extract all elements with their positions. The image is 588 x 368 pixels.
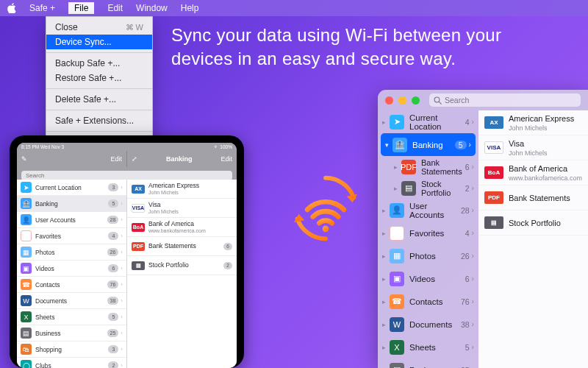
menu-device-sync[interactable]: Device Sync...: [46, 35, 152, 49]
count-badge: 28: [107, 216, 119, 224]
traffic-light-close-icon[interactable]: [385, 96, 393, 105]
category-icon: ▦: [21, 247, 32, 258]
mac-sidebar-row[interactable]: ▾ 🏦 Banking 5 ›: [381, 133, 476, 156]
mac-sidebar-row[interactable]: ▸ ▣ Videos 6 ›: [378, 267, 478, 290]
mac-sidebar[interactable]: ▸ ➤ Current Location 4 ›▾ 🏦 Banking 5 ›▸…: [378, 110, 478, 368]
mac-sidebar-subrow[interactable]: ▸ PDF Bank Statements 6 ›: [378, 156, 478, 177]
menu-extensions[interactable]: Safe + Extensions...: [46, 113, 152, 128]
disclosure-icon[interactable]: ▾: [385, 141, 389, 149]
ipad-category-row[interactable]: ▦ Photos 26 ›: [17, 244, 126, 261]
mac-item-row[interactable]: VISA VisaJohn Michels: [478, 135, 588, 160]
ipad-edit-button[interactable]: Edit: [110, 155, 122, 163]
svg-line-4: [439, 102, 441, 104]
mac-sidebar-row[interactable]: ▸ X Sheets 5 ›: [378, 336, 478, 358]
category-label: Contacts: [409, 297, 461, 306]
menubar-item-file[interactable]: File: [68, 2, 94, 14]
mac-item-row[interactable]: PDF Bank Statements: [478, 185, 588, 210]
mac-sidebar-row[interactable]: ▸ ☎ Contacts 76 ›: [378, 290, 478, 313]
menubar-app-name[interactable]: Safe +: [29, 3, 55, 13]
ipad-category-list[interactable]: ➤ Current Location 3 ›🏦 Banking 5 ›👤 Use…: [17, 180, 127, 368]
disclosure-icon[interactable]: ▸: [382, 275, 386, 283]
ipad-category-row[interactable]: W Documents 38 ›: [17, 293, 126, 309]
category-icon: ❤: [21, 230, 32, 241]
count-badge: 2: [108, 361, 118, 368]
mac-sidebar-row[interactable]: ▸ W Documents 38 ›: [378, 313, 478, 336]
menu-close[interactable]: Close ⌘ W: [46, 20, 152, 35]
category-label: Business: [35, 330, 107, 337]
compose-icon[interactable]: ✎: [21, 155, 27, 163]
menubar-item-window[interactable]: Window: [136, 3, 168, 13]
ipad-category-row[interactable]: X Sheets 5 ›: [17, 309, 126, 325]
ipad-edit-button-2[interactable]: Edit: [220, 155, 232, 163]
ipad-category-row[interactable]: 🛍 Shopping 3 ›: [17, 342, 126, 358]
traffic-light-zoom-icon[interactable]: [412, 96, 420, 105]
ipad-item-row[interactable]: VISA VisaJohn Michels: [127, 199, 237, 218]
ipad-category-row[interactable]: 👤 User Accounts 28 ›: [17, 212, 126, 228]
category-icon: ❤: [390, 226, 404, 241]
disclosure-icon[interactable]: ▸: [394, 185, 398, 192]
count-badge: 4: [465, 118, 470, 127]
disclosure-icon[interactable]: ▸: [382, 207, 386, 214]
ipad-item-row[interactable]: PDF Bank Statements 6: [127, 237, 237, 256]
wifi-sync-icon: [290, 173, 361, 247]
ipad-category-row[interactable]: ◯ Clubs 2 ›: [17, 358, 126, 368]
mac-detail-list[interactable]: AX American ExpressJohn MichelsVISA Visa…: [478, 110, 588, 368]
disclosure-icon[interactable]: ▸: [382, 230, 386, 237]
chevron-right-icon: ›: [121, 265, 123, 272]
ipad-toolbar: ✎ Edit ⤢ Banking Edit: [17, 151, 237, 167]
search-icon: [434, 96, 442, 105]
category-icon: 👤: [390, 203, 404, 218]
item-icon: AX: [132, 185, 145, 194]
menubar-item-edit[interactable]: Edit: [107, 3, 123, 13]
menubar-item-help[interactable]: Help: [181, 3, 199, 13]
ipad-item-row[interactable]: BoA Bank of Americawww.bankofamerica.com: [127, 218, 237, 237]
chevron-right-icon: ›: [121, 216, 123, 223]
ipad-category-row[interactable]: 🏦 Banking 5 ›: [17, 196, 126, 212]
category-icon: ▤: [21, 328, 32, 339]
mac-item-row[interactable]: ▤ Stock Portfolio: [478, 210, 588, 236]
category-label: Clubs: [35, 362, 108, 369]
mac-sidebar-row[interactable]: ▸ 👤 User Accounts 28 ›: [378, 199, 478, 222]
mac-item-row[interactable]: AX American ExpressJohn Michels: [478, 110, 588, 135]
traffic-light-minimize-icon[interactable]: [398, 96, 406, 105]
count-badge: 4: [108, 232, 118, 240]
disclosure-icon[interactable]: ▸: [382, 252, 386, 260]
disclosure-icon[interactable]: ▸: [394, 163, 398, 171]
menu-restore[interactable]: Restore Safe +...: [46, 71, 152, 85]
disclosure-icon[interactable]: ▸: [382, 118, 386, 126]
mac-sidebar-row[interactable]: ▸ ▤ Business 25 ›: [378, 358, 478, 368]
category-label: Sheets: [35, 314, 108, 321]
mac-item-row[interactable]: BoA Bank of Americawww.bankofamerica.com: [478, 160, 588, 185]
count-badge: 76: [461, 297, 470, 306]
menu-delete-label: Delete Safe +...: [55, 94, 116, 105]
ipad-item-row[interactable]: AX American ExpressJohn Michels: [127, 180, 237, 199]
headline-line-2: devices in an easy and secure way.: [171, 47, 501, 71]
mac-sidebar-subrow[interactable]: ▸ ▤ Stock Portfolio 2 ›: [378, 177, 478, 199]
mac-sidebar-row[interactable]: ▸ ▦ Photos 26 ›: [378, 244, 478, 267]
ipad-category-row[interactable]: ☎ Contacts 76 ›: [17, 277, 126, 293]
ipad-category-row[interactable]: ▣ Videos 6 ›: [17, 261, 126, 277]
mac-titlebar: Search: [378, 90, 588, 110]
disclosure-icon[interactable]: ▸: [382, 344, 386, 351]
ipad-item-row[interactable]: ▤ Stock Portfolio 2: [127, 256, 237, 275]
count-badge: 5: [108, 313, 118, 321]
menu-backup[interactable]: Backup Safe +...: [46, 56, 152, 71]
item-icon: PDF: [132, 242, 145, 251]
ipad-item-list[interactable]: AX American ExpressJohn Michels VISA Vis…: [127, 180, 237, 368]
disclosure-icon[interactable]: ▸: [382, 298, 386, 305]
count-badge: 2: [223, 262, 232, 269]
expand-icon[interactable]: ⤢: [132, 155, 137, 163]
mac-search-field[interactable]: Search: [429, 93, 581, 107]
chevron-right-icon: ›: [121, 330, 123, 336]
chevron-right-icon: ›: [121, 249, 123, 255]
category-label: Photos: [409, 252, 461, 261]
mac-sidebar-row[interactable]: ▸ ➤ Current Location 4 ›: [378, 110, 478, 133]
disclosure-icon[interactable]: ▸: [382, 321, 386, 328]
ipad-category-row[interactable]: ➤ Current Location 3 ›: [17, 180, 126, 196]
ipad-category-row[interactable]: ❤ Favorites 4 ›: [17, 228, 126, 244]
mac-sidebar-row[interactable]: ▸ ❤ Favorites 4 ›: [378, 222, 478, 244]
chevron-right-icon: ›: [472, 206, 474, 214]
menu-delete[interactable]: Delete Safe +...: [46, 92, 152, 107]
ipad-category-row[interactable]: ▤ Business 25 ›: [17, 325, 126, 342]
category-label: Favorites: [409, 229, 465, 238]
